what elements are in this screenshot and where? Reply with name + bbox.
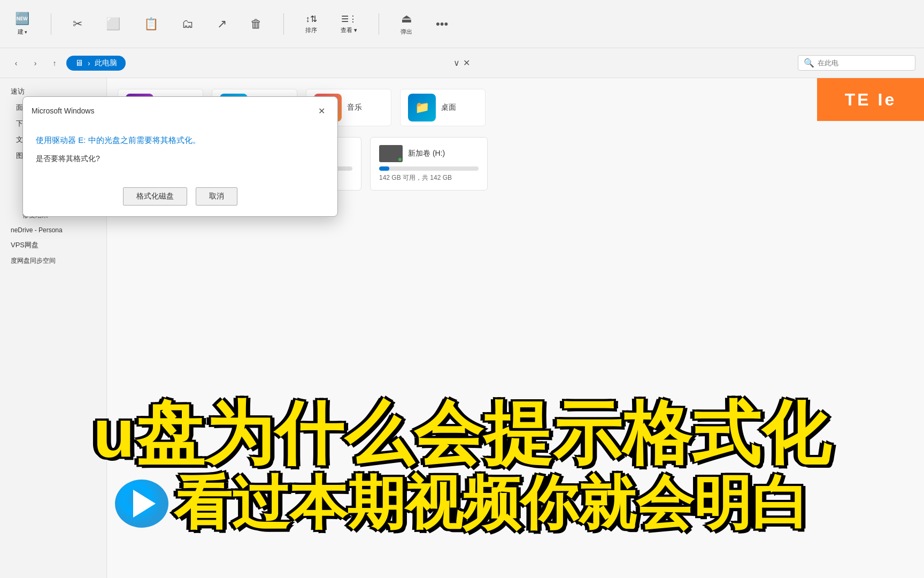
toolbar-more[interactable]: ••• xyxy=(432,14,452,34)
toolbar-sep-3 xyxy=(379,13,379,35)
address-down-icon[interactable]: ∨ xyxy=(453,58,460,68)
toolbar-new[interactable]: 🆕 建 ▾ xyxy=(11,9,34,39)
copy-to-icon: 🗂 xyxy=(182,17,194,31)
eject-icon: ⏏ xyxy=(401,12,412,26)
top-right-text: TE Ie xyxy=(845,90,896,110)
toolbar-paste[interactable]: 📋 xyxy=(140,14,163,34)
address-sep: › xyxy=(88,59,90,67)
toolbar-view[interactable]: ☰⋮ 查看 ▾ xyxy=(336,11,361,37)
view-icon: ☰⋮ xyxy=(341,14,357,24)
explorer-window: 🆕 建 ▾ ✂ ⬜ 📋 🗂 ↗ 🗑 ↕⇅ 排序 ☰⋮ 查看 ▾ xyxy=(0,0,924,578)
paste-icon: 📋 xyxy=(144,17,158,31)
dialog-main-text: 使用驱动器 E: 中的光盘之前需要将其格式化。 xyxy=(36,134,325,147)
toolbar-sep-2 xyxy=(283,13,284,35)
toolbar-share[interactable]: ↗ xyxy=(213,14,231,34)
toolbar-delete[interactable]: 🗑 xyxy=(246,14,266,34)
drive-h-info: 142 GB 可用，共 142 GB xyxy=(379,173,479,182)
sidebar-item-vps[interactable]: VPS网盘 xyxy=(0,237,106,253)
drive-h-bar-fill xyxy=(379,166,389,171)
new-icon: 🆕 xyxy=(15,12,29,26)
toolbar-sep-1 xyxy=(51,13,51,35)
toolbar-sort[interactable]: ↕⇅ 排序 xyxy=(301,11,321,37)
top-right-badge: TE Ie xyxy=(817,78,924,121)
search-box[interactable]: 🔍 xyxy=(798,55,915,71)
drive-h-header: 新加卷 (H:) xyxy=(379,145,479,162)
nav-back-btn[interactable]: ‹ xyxy=(9,56,24,71)
dialog-sub-text: 是否要将其格式化? xyxy=(36,154,325,164)
sort-label: 排序 xyxy=(305,26,317,34)
new-label: 建 ▾ xyxy=(18,28,27,36)
share-icon: ↗ xyxy=(217,17,227,31)
desktop-folder-label: 桌面 xyxy=(441,103,456,112)
drive-h[interactable]: 新加卷 (H:) 142 GB 可用，共 142 GB xyxy=(370,137,488,191)
toolbar: 🆕 建 ▾ ✂ ⬜ 📋 🗂 ↗ 🗑 ↕⇅ 排序 ☰⋮ 查看 ▾ xyxy=(0,0,924,48)
sidebar-item-onedrive[interactable]: neDrive - Persona xyxy=(0,223,106,237)
dialog-close-btn[interactable]: ✕ xyxy=(314,103,329,118)
nav-forward-btn[interactable]: › xyxy=(28,56,43,71)
address-close-icon[interactable]: ✕ xyxy=(463,58,470,68)
more-icon: ••• xyxy=(436,17,448,31)
delete-icon: 🗑 xyxy=(250,17,262,31)
dialog-titlebar: Microsoft Windows ✕ xyxy=(23,97,337,124)
address-path: 此电脑 xyxy=(95,58,117,68)
toolbar-copy-to[interactable]: 🗂 xyxy=(178,14,198,34)
copy-layout-icon: ⬜ xyxy=(106,17,120,31)
address-computer-icon: 🖥 xyxy=(75,58,83,68)
search-icon: 🔍 xyxy=(804,58,814,68)
address-pill[interactable]: 🖥 › 此电脑 xyxy=(66,56,126,71)
drive-h-name: 新加卷 (H:) xyxy=(408,149,445,158)
drive-h-bar-bg xyxy=(379,166,479,171)
nav-up-btn[interactable]: ↑ xyxy=(47,56,62,71)
folder-desktop[interactable]: 📁 桌面 xyxy=(400,89,486,126)
toolbar-eject[interactable]: ⏏ 弹出 xyxy=(396,9,417,39)
search-input[interactable] xyxy=(818,59,910,67)
toolbar-copy-layout[interactable]: ⬜ xyxy=(102,14,125,34)
format-btn[interactable]: 格式化磁盘 xyxy=(123,187,187,206)
address-expand-area: ∨ ✕ xyxy=(453,58,470,68)
desktop-folder-icon: 📁 xyxy=(408,94,436,121)
toolbar-cut[interactable]: ✂ xyxy=(68,14,87,34)
address-bar: ‹ › ↑ 🖥 › 此电脑 ∨ ✕ 🔍 xyxy=(0,48,924,78)
drive-h-icon xyxy=(379,145,403,162)
dialog-buttons: 格式化磁盘 取消 xyxy=(23,182,337,216)
sort-icon: ↕⇅ xyxy=(306,14,317,24)
format-dialog: Microsoft Windows ✕ 使用驱动器 E: 中的光盘之前需要将其格… xyxy=(22,96,338,217)
dialog-title: Microsoft Windows xyxy=(32,107,94,115)
view-label: 查看 ▾ xyxy=(341,26,357,34)
cancel-btn[interactable]: 取消 xyxy=(196,187,237,206)
music-folder-label: 音乐 xyxy=(347,103,362,112)
dialog-body: 使用驱动器 E: 中的光盘之前需要将其格式化。 是否要将其格式化? xyxy=(23,124,337,182)
cut-icon: ✂ xyxy=(73,17,82,31)
eject-label: 弹出 xyxy=(401,28,412,36)
sidebar-item-baidu[interactable]: 度网盘同步空间 xyxy=(0,253,106,269)
